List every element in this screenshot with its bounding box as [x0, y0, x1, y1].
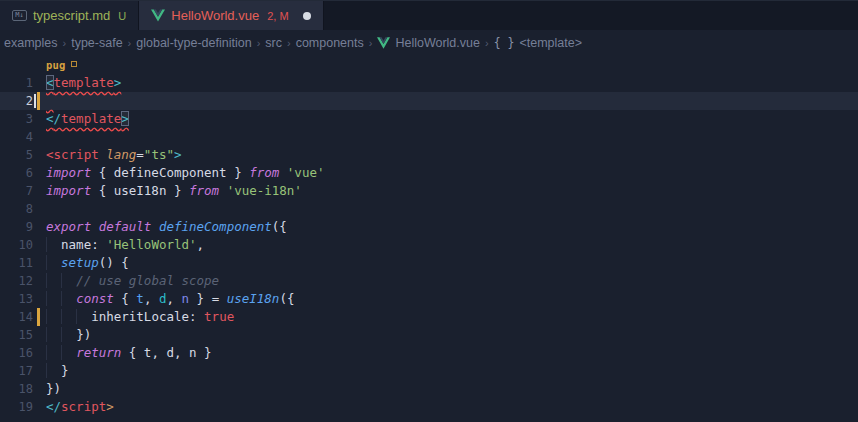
code-line[interactable]: 1<template>: [0, 74, 858, 92]
breadcrumb-file-label: HelloWorld.vue: [395, 36, 480, 50]
editor-tab-bar: M↓ typescript.md U HelloWorld.vue 2, M: [0, 0, 858, 30]
code-token: [91, 219, 99, 234]
code-line[interactable]: 15 }): [0, 326, 858, 344]
git-modified-marker: [37, 92, 40, 110]
code-token: 'HelloWorld': [106, 237, 196, 252]
code-line[interactable]: 4: [0, 128, 858, 146]
code-text: }): [46, 326, 91, 344]
code-token: /: [54, 399, 62, 414]
gutter: 4: [0, 128, 46, 146]
indent-guide: [61, 327, 76, 342]
line-number: 17: [19, 362, 33, 380]
inline-hint-row[interactable]: pug: [0, 56, 858, 74]
code-token: from: [189, 183, 219, 198]
code-token: <script: [46, 147, 99, 162]
breadcrumb-separator: ›: [125, 37, 135, 49]
code-token: /: [54, 111, 62, 126]
breadcrumb-item-examples[interactable]: examples: [2, 36, 60, 50]
indent-guide: [46, 345, 61, 360]
code-line[interactable]: 13 const { t, d, n } = useI18n({: [0, 290, 858, 308]
line-number: 4: [26, 128, 33, 146]
code-token: >: [106, 399, 114, 414]
code-token: import: [46, 165, 91, 180]
code-text: <script lang="ts">: [46, 146, 182, 164]
code-token: }: [166, 183, 189, 198]
line-number: 14: [19, 308, 33, 326]
code-token: t: [136, 291, 144, 306]
code-token: }: [61, 363, 69, 378]
tab-typescript-md[interactable]: M↓ typescript.md U: [0, 1, 139, 30]
tab-label: typescript.md: [33, 8, 110, 23]
code-token: <: [46, 399, 54, 414]
dirty-indicator[interactable]: [303, 12, 311, 20]
line-number: 9: [26, 218, 33, 236]
breadcrumb-item-file[interactable]: HelloWorld.vue: [375, 36, 482, 50]
gutter: 1: [0, 74, 46, 92]
breadcrumb-separator: ›: [284, 37, 294, 49]
code-token: }): [46, 381, 61, 396]
vue-icon: [377, 37, 390, 49]
code-line[interactable]: 11 setup() {: [0, 254, 858, 272]
gutter: 15: [0, 326, 46, 344]
code-text: export default defineComponent({: [46, 218, 287, 236]
code-line[interactable]: 6import { defineComponent } from 'vue': [0, 164, 858, 182]
code-token: {: [91, 183, 114, 198]
breadcrumb-separator: ›: [482, 37, 492, 49]
code-token: [46, 93, 54, 108]
code-line[interactable]: 19</script>: [0, 398, 858, 416]
problems-modified-badge: 2, M: [267, 10, 288, 22]
vue-icon: [151, 9, 165, 22]
code-token: template: [54, 75, 114, 90]
breadcrumb-separator: ›: [60, 37, 70, 49]
breadcrumb-separator: ›: [254, 37, 264, 49]
code-line[interactable]: 8: [0, 200, 858, 218]
code-token: ({: [279, 291, 294, 306]
breadcrumb-item-global-type-definition[interactable]: global-type-definition: [134, 36, 253, 50]
code-text: pug: [46, 56, 77, 74]
line-number: 5: [26, 146, 33, 164]
code-token: return: [76, 345, 121, 360]
code-line[interactable]: 9export default defineComponent({: [0, 218, 858, 236]
code-line[interactable]: 5<script lang="ts">: [0, 146, 858, 164]
code-token: inheritLocale: [91, 309, 189, 324]
code-token: n: [182, 291, 190, 306]
breadcrumb-item-components[interactable]: components: [294, 36, 366, 50]
code-text: return { t, d, n }: [46, 344, 212, 362]
line-number: 19: [19, 398, 33, 416]
code-token: >: [121, 111, 129, 126]
code-line[interactable]: 14 inheritLocale: true: [0, 308, 858, 326]
indent-guide: [76, 309, 91, 324]
code-token: useI18n: [114, 183, 167, 198]
code-line[interactable]: 17 }: [0, 362, 858, 380]
code-text: // use global scope: [46, 272, 219, 290]
code-token: :: [91, 237, 106, 252]
indent-guide: [46, 291, 61, 306]
code-token: const: [76, 291, 114, 306]
breadcrumb-item-src[interactable]: src: [263, 36, 284, 50]
code-line[interactable]: 10 name: 'HelloWorld',: [0, 236, 858, 254]
code-line[interactable]: 16 return { t, d, n }: [0, 344, 858, 362]
code-token: 'vue': [287, 165, 325, 180]
code-token: from: [249, 165, 279, 180]
breadcrumb-separator: ›: [366, 37, 376, 49]
code-token: >: [114, 75, 122, 90]
gutter: 8: [0, 200, 46, 218]
code-token: {: [114, 291, 137, 306]
code-line[interactable]: 3</template>: [0, 110, 858, 128]
code-token: defineComponent: [114, 165, 227, 180]
line-number: 11: [19, 254, 33, 272]
vscode-window: M↓ typescript.md U HelloWorld.vue 2, M e…: [0, 0, 858, 422]
code-text: import { defineComponent } from 'vue': [46, 164, 324, 182]
code-line[interactable]: 7import { useI18n } from 'vue-i18n': [0, 182, 858, 200]
code-line[interactable]: 12 // use global scope: [0, 272, 858, 290]
code-editor[interactable]: pug1<template>2 3</template>45<script la…: [0, 56, 858, 416]
breadcrumb-item-type-safe[interactable]: type-safe: [69, 36, 124, 50]
code-line[interactable]: 18}): [0, 380, 858, 398]
code-token: }): [76, 327, 91, 342]
breadcrumb-item-symbol-template[interactable]: { } <template>: [492, 36, 584, 50]
code-text: }: [46, 362, 69, 380]
code-line[interactable]: 2: [0, 92, 858, 110]
code-token: =: [136, 147, 144, 162]
code-token: [219, 183, 227, 198]
tab-helloworld-vue[interactable]: HelloWorld.vue 2, M: [139, 1, 323, 30]
